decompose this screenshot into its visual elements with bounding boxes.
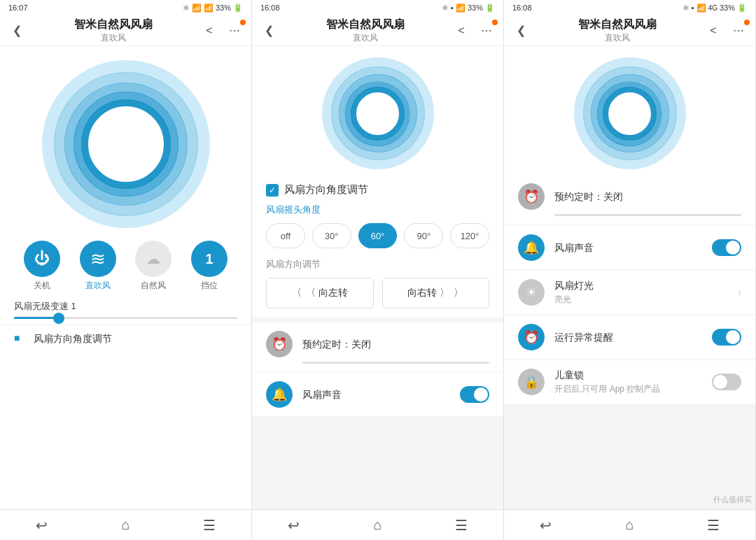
nav-center-3: 智米自然风风扇 直吹风 (578, 17, 657, 44)
timer-slider-2[interactable] (302, 362, 489, 364)
share-icon-1[interactable]: < (200, 21, 219, 41)
alert-text-3: 运行异常提醒 (554, 331, 712, 344)
menu-nav-3[interactable]: ☰ (696, 515, 731, 536)
timer-icon-2: ⏰ (266, 331, 293, 357)
wifi-icon: 📶 (204, 3, 214, 13)
alert-row-3[interactable]: ⏰ 运行异常提醒 (504, 315, 755, 360)
lock-icon-3: 🔒 (518, 369, 545, 395)
battery-icon: 🔋 (233, 3, 243, 13)
sound-toggle-3[interactable] (712, 239, 741, 256)
angle-buttons: off 30° 60° 90° 120° (266, 223, 489, 248)
sound-icon-3: 🔔 (518, 234, 545, 261)
share-icon-3[interactable]: < (704, 21, 723, 41)
4g-icon-3: 4G (708, 4, 718, 12)
sound-toggle-2[interactable] (460, 386, 489, 403)
rotate-buttons: 〈 〈 向左转 向右转 〉 〉 (266, 278, 489, 308)
battery-icon-3: 🔋 (737, 3, 747, 13)
angle-btn-120[interactable]: 120° (450, 223, 489, 248)
back-nav-1[interactable]: ↩ (24, 515, 59, 536)
alert-name-3: 运行异常提醒 (554, 332, 613, 343)
sound-name-2: 风扇声音 (302, 389, 342, 400)
bottom-nav-1: ↩ ⌂ ☰ (0, 509, 251, 540)
menu-nav-2[interactable]: ☰ (444, 515, 479, 536)
control-buttons-1: ⏻ 关机 ≋ 直吹风 ☁ 自然风 1 挡位 (0, 235, 251, 294)
back-nav-3[interactable]: ↩ (528, 515, 564, 536)
home-nav-2[interactable]: ⌂ (360, 515, 395, 536)
gear-label: 挡位 (201, 280, 218, 292)
notification-dot-1 (240, 20, 246, 25)
sound-row-3[interactable]: 🔔 风扇声音 (504, 226, 755, 270)
timer-text-3: 预约定时：关闭 (554, 190, 741, 204)
share-icon-2[interactable]: < (451, 21, 471, 41)
natural-wind-icon[interactable]: ☁ (135, 241, 172, 277)
back-button-1[interactable]: ❮ (7, 21, 27, 41)
gear-btn[interactable]: 1 挡位 (191, 241, 227, 292)
slider-thumb[interactable] (53, 313, 64, 324)
gear-icon[interactable]: 1 (191, 241, 227, 277)
wifi-icon-3: 📶 (696, 3, 706, 13)
nav-title-3: 智米自然风风扇 (578, 17, 657, 32)
rotate-right-icon: 〉 (454, 287, 463, 299)
angle-btn-60[interactable]: 60° (358, 223, 398, 248)
speed-label: 风扇无级变速 1 (14, 300, 237, 313)
toggle-thumb-sound-3 (726, 241, 740, 255)
back-button-2[interactable]: ❮ (259, 21, 279, 41)
home-nav-1[interactable]: ⌂ (108, 515, 143, 536)
sound-text-2: 风扇声音 (302, 388, 460, 402)
lock-text-3: 儿童锁 开启后,只可用 App 控制产品 (554, 369, 712, 395)
toggle-thumb-lock-3 (713, 375, 727, 389)
fan-display-2 (252, 46, 503, 175)
angle-btn-90[interactable]: 90° (404, 223, 443, 248)
lock-toggle-3[interactable] (712, 374, 741, 390)
power-btn[interactable]: ⏻ 关机 (24, 241, 60, 292)
notification-dot-2 (492, 20, 498, 25)
status-bar-3: 16:08 ⚛ ▪ 📶 4G 33% 🔋 (504, 0, 755, 15)
rotate-right-label: 向右转 〉 (407, 287, 449, 299)
fan-display-1 (0, 46, 251, 235)
light-row-3[interactable]: ☀ 风扇灯光 亮光 › (504, 271, 755, 315)
more-icon-3[interactable]: ⋯ (729, 21, 748, 41)
rotate-left-label: 〈 向左转 (306, 287, 348, 299)
sound-row-2[interactable]: 🔔 风扇声音 (252, 373, 503, 417)
wifi-icon-2: 📶 (456, 3, 465, 13)
panel-2: 16:08 ⚛ ▪ 📶 33% 🔋 ❮ 智米自然风风扇 直吹风 < ⋯ (252, 0, 504, 540)
content-2: ✓ 风扇方向角度调节 风扇摇头角度 off 30° 60° 90° 120° 风… (252, 175, 503, 509)
fan-center-s (358, 94, 397, 133)
rotate-right-btn[interactable]: 向右转 〉 〉 (382, 278, 490, 308)
direct-wind-label: 直吹风 (85, 280, 111, 292)
direct-wind-btn[interactable]: ≋ 直吹风 (80, 241, 116, 292)
angle-btn-30[interactable]: 30° (312, 223, 351, 248)
battery-text-3: 33% (720, 3, 735, 12)
speed-slider[interactable] (14, 317, 237, 319)
home-nav-3[interactable]: ⌂ (612, 515, 647, 536)
childlock-row-3[interactable]: 🔒 儿童锁 开启后,只可用 App 控制产品 (504, 360, 755, 404)
power-icon[interactable]: ⏻ (24, 241, 60, 277)
angle-btn-off[interactable]: off (266, 223, 305, 248)
chevron-right-3: › (738, 286, 741, 299)
more-icon-2[interactable]: ⋯ (477, 21, 496, 41)
bottom-nav-3: ↩ ⌂ ☰ (504, 509, 755, 540)
slider-track (14, 317, 237, 319)
fan-circle-large (42, 60, 210, 228)
alert-icon-3: ⏰ (518, 324, 545, 350)
more-icon-1[interactable]: ⋯ (225, 21, 244, 41)
nav-title-1: 智米自然风风扇 (74, 17, 153, 32)
alert-toggle-3[interactable] (712, 329, 741, 346)
natural-wind-btn[interactable]: ☁ 自然风 (135, 241, 172, 292)
panel-1: 16:07 ⚛ 📶 📶 33% 🔋 ❮ 智米自然风风扇 直吹风 < ⋯ (0, 0, 252, 540)
time-3: 16:08 (512, 3, 532, 12)
rotate-left-icon: 〈 (292, 287, 302, 299)
back-nav-2[interactable]: ↩ (276, 515, 312, 536)
timer-slider-3[interactable] (554, 214, 741, 216)
timer-row-2[interactable]: ⏰ 预约定时：关闭 (252, 322, 503, 373)
status-icons-3: ⚛ ▪ 📶 4G 33% 🔋 (682, 3, 747, 13)
nav-bar-2: ❮ 智米自然风风扇 直吹风 < ⋯ (252, 15, 503, 46)
timer-text-2: 预约定时：关闭 (302, 338, 489, 351)
timer-row-3[interactable]: ⏰ 预约定时：关闭 (504, 175, 755, 225)
back-button-3[interactable]: ❮ (511, 21, 531, 41)
direct-wind-icon[interactable]: ≋ (80, 241, 116, 277)
rotate-left-btn[interactable]: 〈 〈 向左转 (266, 278, 374, 308)
panel-3: 16:08 ⚛ ▪ 📶 4G 33% 🔋 ❮ 智米自然风风扇 直吹风 < ⋯ (504, 0, 756, 540)
menu-nav-1[interactable]: ☰ (192, 515, 227, 536)
angle-section-row-1[interactable]: ■ 风扇方向角度调节 (0, 325, 251, 353)
